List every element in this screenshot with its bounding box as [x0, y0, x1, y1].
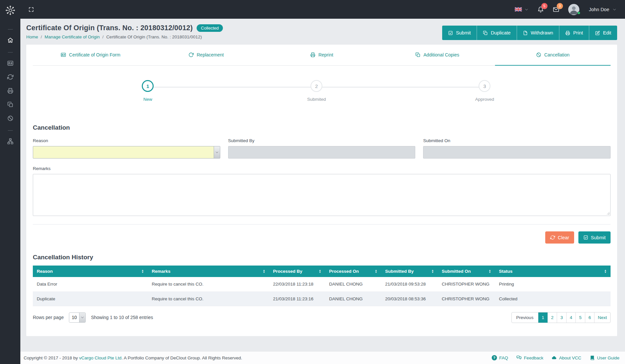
question-circle-icon: ? — [492, 355, 497, 360]
submitted-on-label: Submitted On — [423, 138, 611, 143]
app-logo[interactable] — [0, 0, 20, 20]
submitted-by-field — [228, 146, 416, 159]
chevron-down-icon — [613, 8, 616, 11]
workflow-stepper: 1 New 2 Submited 3 Approved — [33, 73, 611, 113]
withdrawn-button[interactable]: Withdrawn — [517, 26, 559, 40]
print-button[interactable]: Print — [559, 26, 589, 40]
pagination: Previous 1 2 3 4 5 6 Next — [511, 312, 611, 323]
printer-icon — [310, 52, 315, 57]
footer: Copyright © 2017 - 2018 by vCargo Cloud … — [20, 351, 625, 364]
col-submitted-on[interactable]: Submitted On▲▼ — [438, 266, 495, 277]
sync-icon[interactable] — [7, 74, 13, 80]
pagination-page-6[interactable]: 6 — [585, 312, 594, 323]
pagination-page-3[interactable]: 3 — [557, 312, 566, 323]
cancellation-history-table: Reason▲▼ Remarks▲▼ Processed By▲▼ Proces… — [33, 266, 611, 306]
user-name: John Doe — [589, 7, 609, 12]
reason-select[interactable] — [33, 146, 220, 159]
pagination-page-4[interactable]: 4 — [566, 312, 576, 323]
uk-flag-icon — [515, 7, 522, 11]
pagination-next[interactable]: Next — [594, 312, 610, 323]
form-submit-button[interactable]: Submit — [578, 231, 611, 244]
copies-icon[interactable] — [7, 101, 13, 108]
page-content: Certificate Of Origin (Trans. No. : 2018… — [20, 19, 625, 351]
sort-icon: ▲▼ — [375, 269, 377, 273]
user-guide-link[interactable]: User Guide — [590, 355, 619, 360]
reason-label: Reason — [33, 138, 220, 143]
remarks-textarea[interactable] — [33, 174, 611, 216]
user-menu[interactable]: John Doe — [568, 4, 616, 15]
sort-icon: ▲▼ — [319, 269, 321, 273]
id-card-icon — [61, 52, 66, 57]
rows-per-page-label: Rows per page — [33, 315, 64, 320]
chevron-down-icon — [81, 316, 84, 319]
col-reason[interactable]: Reason▲▼ — [33, 266, 148, 277]
header-actions: Submit Duplicate Withdrawn Print Edit — [442, 26, 617, 40]
copyright-text: Copyright © 2017 - 2018 by vCargo Cloud … — [24, 355, 242, 360]
sort-icon: ▲▼ — [431, 269, 434, 273]
messages[interactable]: 3 — [553, 6, 559, 13]
tab-certificate-of-origin-form[interactable]: Certificate of Origin Form — [33, 45, 148, 66]
submitted-on-field — [423, 146, 611, 159]
duplicate-button[interactable]: Duplicate — [477, 26, 516, 40]
col-remarks[interactable]: Remarks▲▼ — [148, 266, 269, 277]
col-processed-on[interactable]: Processed On▲▼ — [325, 266, 381, 277]
sidebar — [0, 0, 20, 364]
home-icon[interactable] — [7, 37, 13, 43]
page-title: Certificate Of Origin (Trans. No. : 2018… — [26, 24, 193, 32]
sort-icon: ▲▼ — [604, 269, 607, 273]
tab-additional-copies[interactable]: Additional Copies — [379, 45, 495, 66]
col-status[interactable]: Status▲▼ — [495, 266, 611, 277]
col-processed-by[interactable]: Processed By▲▼ — [269, 266, 325, 277]
faq-link[interactable]: ? FAQ — [492, 355, 508, 360]
sitemap-icon[interactable] — [7, 138, 13, 144]
sidebar-divider — [8, 130, 13, 131]
ban-icon — [536, 52, 541, 57]
breadcrumb-home[interactable]: Home — [26, 34, 38, 39]
step-new: 1 New — [120, 80, 176, 102]
notification-count-badge: 5 — [541, 3, 548, 9]
sort-icon: ▲▼ — [489, 269, 491, 273]
topbar: 5 3 John Doe — [20, 0, 625, 19]
fullscreen-icon[interactable] — [28, 7, 34, 12]
copy-icon — [415, 52, 420, 57]
tab-cancellation[interactable]: Cancellation — [495, 45, 611, 66]
col-submitted-by[interactable]: Submitted By▲▼ — [381, 266, 438, 277]
about-vcc-link[interactable]: About VCC — [551, 355, 581, 360]
file-icon — [523, 31, 528, 35]
select-dropdown-button[interactable] — [79, 313, 85, 322]
tab-reprint[interactable]: Reprint — [264, 45, 379, 66]
vcargo-link[interactable]: vCargo Cloud Pte Ltd — [79, 355, 121, 360]
printer-icon — [565, 31, 570, 35]
submitted-by-label: Submitted By — [228, 138, 416, 143]
message-count-badge: 3 — [557, 3, 563, 9]
step-approved: 3 Approved — [457, 80, 512, 102]
remarks-label: Remarks — [33, 166, 611, 171]
feedback-link[interactable]: Feedback — [516, 355, 543, 360]
edit-button[interactable]: Edit — [589, 26, 617, 40]
history-section-title: Cancellation History — [33, 254, 611, 261]
showing-entries-text: Showing 1 to 10 of 258 entries — [91, 315, 153, 320]
sort-icon: ▲▼ — [141, 269, 144, 273]
breadcrumb-current: Certificate Of Origin (Trans. No. : 2018… — [106, 34, 202, 39]
clear-button[interactable]: Clear — [545, 231, 574, 244]
table-row[interactable]: DuplicateRequire to cancel this CO. 21/0… — [33, 291, 611, 306]
rows-per-page-select[interactable]: 10 — [69, 312, 86, 323]
comments-icon — [516, 355, 522, 360]
language-selector[interactable] — [515, 7, 528, 11]
pagination-page-5[interactable]: 5 — [575, 312, 585, 323]
printer-icon[interactable] — [7, 88, 13, 94]
select-dropdown-button[interactable] — [214, 146, 220, 158]
breadcrumb-manage-co[interactable]: Manage Certificate of Origin — [45, 34, 100, 39]
cancel-icon[interactable] — [7, 115, 13, 121]
notifications-bell[interactable]: 5 — [537, 6, 544, 13]
edit-icon — [595, 31, 600, 35]
table-row[interactable]: Data ErrorRequire to cancel this CO. 22/… — [33, 277, 611, 291]
step-submited: 2 Submited — [289, 80, 344, 102]
submit-button[interactable]: Submit — [442, 26, 477, 40]
online-status-dot — [577, 11, 580, 14]
tab-replacement[interactable]: Replacement — [148, 45, 264, 66]
pagination-previous[interactable]: Previous — [512, 312, 538, 323]
pagination-page-1[interactable]: 1 — [538, 312, 548, 323]
pagination-page-2[interactable]: 2 — [548, 312, 557, 323]
id-card-icon[interactable] — [7, 60, 13, 66]
